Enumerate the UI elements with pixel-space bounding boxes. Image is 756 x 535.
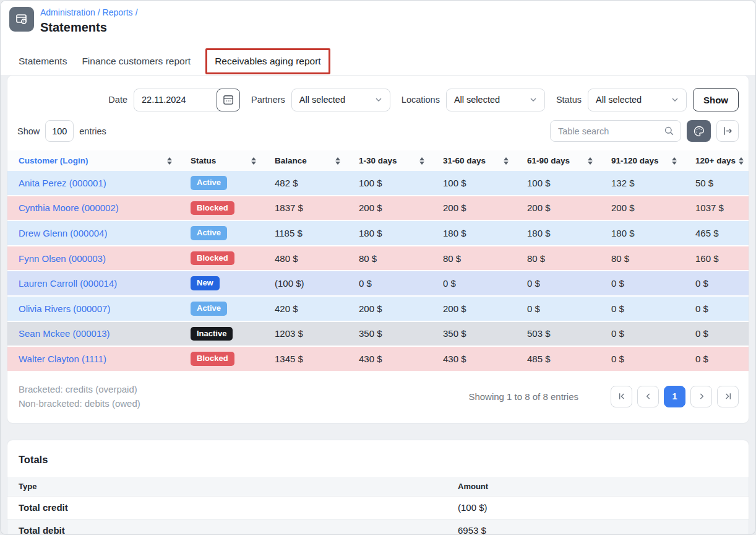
customer-link[interactable]: Walter Clayton (1111): [19, 354, 106, 364]
sort-icon[interactable]: [167, 157, 172, 165]
first-page-button[interactable]: [611, 386, 632, 407]
table-search-input[interactable]: [550, 120, 681, 142]
export-icon: [722, 125, 734, 137]
total-debit-amount: 6953 $: [447, 520, 749, 535]
tab-statements[interactable]: Statements: [11, 50, 74, 72]
aging-cell: 80 $: [348, 246, 432, 271]
customer-link[interactable]: Olivia Rivers (000007): [19, 303, 110, 314]
col-customer[interactable]: Customer (Login): [19, 156, 88, 165]
table-row[interactable]: Cynthia Moore (000002) Blocked 1837 $ 20…: [7, 196, 749, 221]
partners-select[interactable]: All selected: [291, 89, 390, 111]
sort-icon[interactable]: [504, 157, 509, 165]
calendar-icon: [222, 94, 234, 106]
balance-cell: 420 $: [264, 296, 348, 321]
status-badge: Active: [191, 226, 227, 240]
aging-cell: 0 $: [516, 271, 600, 296]
aging-cell: 200 $: [432, 196, 516, 221]
breadcrumb-link-reports[interactable]: Reports: [103, 7, 133, 17]
totals-table: Type Amount Total credit (100 $) Total d…: [7, 477, 749, 535]
last-page-button[interactable]: [717, 386, 739, 407]
aging-cell: 200 $: [516, 196, 600, 221]
page-1-button[interactable]: 1: [664, 386, 685, 407]
aging-cell: 0 $: [684, 296, 749, 321]
table-row[interactable]: Lauren Carroll (000014) New (100 $) 0 $ …: [7, 271, 749, 296]
table-row[interactable]: Sean Mckee (000013) Inactive 1203 $ 350 …: [7, 321, 749, 347]
aging-cell: 160 $: [684, 246, 749, 271]
tab-bar: Statements Finance customers report Rece…: [9, 48, 747, 74]
aging-cell: 0 $: [684, 271, 749, 296]
aging-cell: 100 $: [516, 171, 600, 196]
aging-cell: 350 $: [348, 321, 432, 347]
aging-cell: 1037 $: [684, 196, 749, 221]
first-page-icon: [617, 391, 627, 401]
col-31-60-days[interactable]: 31-60 days: [443, 156, 486, 165]
aging-cell: 100 $: [348, 171, 432, 196]
table-row[interactable]: Anita Perez (000001) Active 482 $ 100 $ …: [7, 171, 749, 196]
sort-icon[interactable]: [335, 157, 340, 165]
export-button[interactable]: [716, 120, 739, 142]
palette-icon: [693, 125, 705, 137]
col-91-120-days[interactable]: 91-120 days: [611, 156, 659, 165]
col-status[interactable]: Status: [191, 156, 216, 165]
sort-icon[interactable]: [739, 157, 744, 165]
status-select[interactable]: All selected: [588, 89, 687, 111]
aging-cell: 0 $: [516, 296, 600, 321]
entries-count-input[interactable]: [45, 120, 74, 142]
date-label: Date: [108, 95, 127, 105]
aging-cell: 0 $: [432, 271, 516, 296]
sort-icon[interactable]: [588, 157, 593, 165]
customize-columns-button[interactable]: [687, 120, 711, 142]
aging-cell: 485 $: [516, 346, 600, 372]
aging-cell: 200 $: [348, 296, 432, 321]
last-page-icon: [723, 391, 733, 401]
breadcrumb: Administration/Reports/: [40, 6, 140, 17]
locations-select[interactable]: All selected: [446, 89, 545, 111]
customer-link[interactable]: Sean Mckee (000013): [19, 328, 110, 339]
statement-icon: [14, 12, 29, 27]
search-icon: [663, 125, 675, 137]
aging-cell: 0 $: [348, 271, 432, 296]
aging-cell: 200 $: [600, 196, 684, 221]
total-debit-row: Total debit 6953 $: [7, 520, 749, 535]
aging-cell: 0 $: [600, 346, 684, 372]
col-type: Type: [7, 477, 447, 497]
breadcrumb-link-administration[interactable]: Administration: [40, 7, 95, 17]
col-61-90-days[interactable]: 61-90 days: [527, 156, 570, 165]
col-120-plus-days[interactable]: 120+ days: [695, 156, 736, 165]
status-badge: Blocked: [191, 352, 234, 366]
aging-cell: 430 $: [348, 346, 432, 372]
customer-link[interactable]: Fynn Olsen (000003): [19, 253, 106, 264]
table-row[interactable]: Fynn Olsen (000003) Blocked 480 $ 80 $ 8…: [7, 246, 749, 271]
status-badge: Active: [191, 176, 227, 190]
customer-link[interactable]: Anita Perez (000001): [19, 178, 106, 188]
table-row[interactable]: Walter Clayton (1111) Blocked 1345 $ 430…: [7, 346, 749, 372]
customer-link[interactable]: Cynthia Moore (000002): [19, 202, 119, 213]
balance-cell: 482 $: [264, 171, 348, 196]
sort-icon[interactable]: [419, 157, 424, 165]
col-1-30-days[interactable]: 1-30 days: [359, 156, 397, 165]
sort-icon[interactable]: [672, 157, 677, 165]
tab-finance-customers-report[interactable]: Finance customers report: [74, 50, 198, 72]
tab-receivables-aging-report[interactable]: Receivables aging report: [207, 50, 328, 72]
table-row[interactable]: Drew Glenn (000004) Active 1185 $ 180 $ …: [7, 220, 749, 246]
chevron-down-icon: [670, 95, 680, 105]
next-page-button[interactable]: [690, 386, 712, 407]
date-picker-button[interactable]: [217, 89, 240, 111]
aging-cell: 503 $: [516, 321, 600, 347]
balance-cell: (100 $): [264, 271, 348, 296]
col-balance[interactable]: Balance: [275, 156, 307, 165]
table-footer: Bracketed: credits (overpaid) Non-bracke…: [7, 372, 749, 424]
aging-cell: 132 $: [600, 171, 684, 196]
prev-page-button[interactable]: [637, 386, 659, 407]
show-button[interactable]: Show: [693, 88, 739, 111]
balance-cell: 480 $: [264, 246, 348, 271]
table-row[interactable]: Olivia Rivers (000007) Active 420 $ 200 …: [7, 296, 749, 321]
aging-cell: 180 $: [600, 220, 684, 246]
show-entries-label: Show: [17, 126, 40, 136]
status-badge: Blocked: [191, 251, 234, 266]
sort-icon[interactable]: [251, 157, 256, 165]
totals-title: Totals: [7, 440, 749, 477]
customer-link[interactable]: Lauren Carroll (000014): [19, 278, 117, 289]
customer-link[interactable]: Drew Glenn (000004): [19, 228, 107, 238]
red-annotation-box: Receivables aging report: [205, 48, 330, 74]
